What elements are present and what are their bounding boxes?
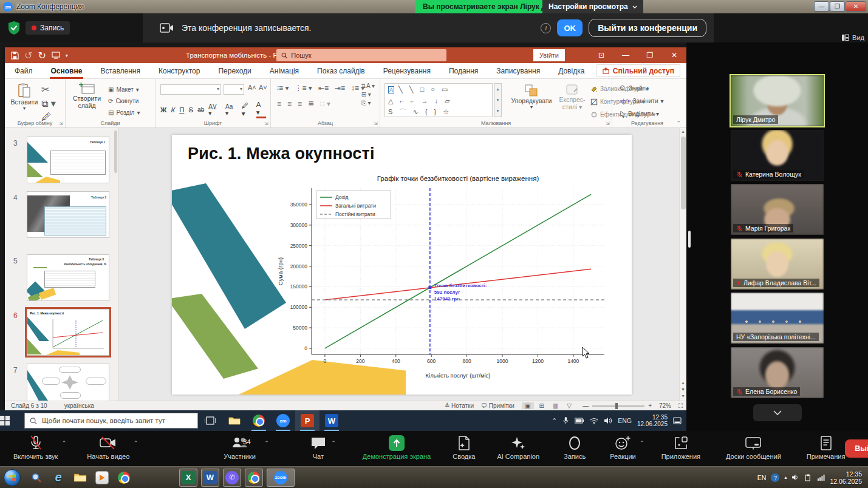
unmute-button[interactable]: Включить звук ⌃ — [13, 435, 58, 460]
quick-styles-button[interactable]: Експрес- стилі ▾ — [556, 84, 588, 110]
ai-companion-button[interactable]: AI Companion — [497, 435, 539, 460]
zoom-in-button[interactable]: + — [648, 402, 652, 409]
tab-home[interactable]: Основне — [50, 64, 84, 78]
zoom-slider[interactable] — [592, 405, 644, 407]
file-explorer-button[interactable] — [222, 410, 247, 431]
slide-thumbnail-3[interactable]: Таблиця 1 — [27, 137, 109, 183]
align-center-icon[interactable]: ≡ — [287, 100, 292, 108]
italic-button[interactable]: К — [171, 106, 175, 114]
chrome-button[interactable] — [115, 469, 133, 487]
tab-insert[interactable]: Вставлення — [99, 64, 142, 78]
zoom-app-button[interactable]: zm — [271, 410, 295, 431]
taskbar-clock[interactable]: 12:35 12.06.2025 — [637, 414, 668, 427]
scroll-up-icon[interactable]: ▴ — [680, 128, 686, 135]
save-icon[interactable] — [11, 52, 19, 59]
slide-thumbnail-6[interactable]: Рис. 1. Межа окупності — [27, 309, 109, 356]
taskbar-search-input[interactable] — [42, 417, 193, 424]
scrollbar-thumb[interactable] — [681, 137, 686, 209]
numbering-icon[interactable]: ⋮≡ ▾ — [295, 84, 312, 92]
tab-review[interactable]: Рецензування — [382, 64, 432, 78]
chat-button[interactable]: Чат ⌃ — [310, 435, 326, 460]
comments-toggle[interactable]: 🗩 Примітки — [481, 402, 514, 409]
strikethrough-button[interactable]: S — [188, 106, 193, 114]
font-name-combo[interactable] — [160, 84, 221, 95]
participant-tile-4[interactable]: Лифар Владислава Віт... — [731, 239, 824, 290]
shapes-gallery-scroll[interactable]: ▴▾▾ — [494, 83, 502, 117]
participant-tile-3[interactable]: Марія Григорак — [731, 184, 824, 235]
share-screen-button[interactable]: Демонстрация экрана — [363, 435, 431, 460]
scroll-down-icon[interactable]: ▾ — [680, 393, 686, 399]
tray-battery-icon[interactable] — [575, 418, 584, 424]
reset-button[interactable]: ⟳Скинути — [108, 96, 140, 106]
tab-recording[interactable]: Записування — [495, 64, 541, 78]
ppt-search-input[interactable] — [291, 52, 442, 59]
language-indicator[interactable]: українська — [64, 402, 94, 409]
info-icon[interactable]: i — [541, 23, 551, 33]
font-size-combo[interactable] — [224, 84, 244, 95]
tab-design[interactable]: Конструктор — [157, 64, 201, 78]
slide-thumbnail-4[interactable]: Таблиця 2 — [27, 191, 109, 238]
participant-tile-2[interactable]: Катерина Волощук — [731, 130, 824, 181]
font-dialog-launcher[interactable]: ⇲ — [264, 121, 268, 126]
close-button[interactable]: ✕ — [846, 1, 866, 12]
justify-icon[interactable]: ≣ — [308, 100, 314, 108]
tray-wifi-icon[interactable] — [590, 418, 598, 424]
reading-view-button[interactable]: ▥ — [549, 402, 561, 409]
font-color-button[interactable]: А ▾ — [256, 101, 266, 118]
arrange-button[interactable]: Упорядкувати ▾ — [509, 84, 554, 110]
excel-button[interactable]: X — [179, 469, 197, 487]
highlight-button[interactable]: 🖉▾ — [242, 102, 252, 118]
cut-icon[interactable]: ✂ — [41, 84, 56, 95]
whiteboards-button[interactable]: Доски сообщений — [726, 435, 781, 460]
search-app-button[interactable] — [27, 469, 46, 487]
view-settings-button[interactable]: Настройки просмотра — [542, 0, 643, 13]
ppt-search-box[interactable] — [276, 49, 446, 61]
zoom-percentage[interactable]: 72% — [659, 402, 671, 409]
align-text-icon[interactable]: ⊞ ▾ — [361, 91, 375, 98]
collapse-ribbon-icon[interactable]: ⌃ — [676, 120, 681, 126]
sign-in-button[interactable]: Увійти — [533, 49, 565, 61]
recording-indicator[interactable]: Запись — [26, 21, 70, 35]
zoom-out-button[interactable]: — — [583, 402, 589, 409]
new-slide-button[interactable]: Створити слайд — [69, 83, 104, 109]
slide-title[interactable]: Рис. 1. Межа окупності — [188, 144, 375, 163]
host-language[interactable]: EN — [757, 474, 767, 481]
thumbnail-scrollbar[interactable] — [114, 130, 117, 173]
word-button[interactable]: W — [201, 469, 219, 487]
normal-view-button[interactable]: ▣ — [522, 402, 534, 409]
tray-expand-icon[interactable]: ⌃ — [552, 417, 557, 424]
tab-view[interactable]: Подання — [448, 64, 479, 78]
start-button[interactable] — [0, 416, 24, 425]
change-case-button[interactable]: Aa ▾ — [225, 103, 238, 117]
summary-button[interactable]: Сводка — [453, 435, 475, 460]
chrome-button[interactable] — [247, 410, 271, 431]
security-shield-icon[interactable] — [7, 21, 21, 35]
chat-caret[interactable]: ⌃ — [331, 440, 336, 446]
network-tray-icon[interactable] — [817, 474, 825, 481]
participants-button[interactable]: 34 Участники ⌃ — [224, 435, 256, 460]
tray-volume-icon[interactable] — [604, 417, 612, 424]
select-button[interactable]: Виділити ▾ — [620, 109, 664, 119]
ppt-close-button[interactable]: ✕ — [662, 47, 686, 63]
notes-button[interactable]: Примечания — [807, 435, 846, 460]
tab-slideshow[interactable]: Показ слайдів — [316, 64, 366, 78]
minimize-button[interactable]: — — [814, 1, 829, 12]
video-options-caret[interactable]: ⌃ — [134, 440, 138, 446]
apps-button[interactable]: Приложения — [661, 435, 700, 460]
tab-transitions[interactable]: Переходи — [217, 64, 252, 78]
leave-meeting-button[interactable]: Выйти из конференции — [589, 19, 706, 37]
zoom-taskbar-button[interactable]: zoom — [267, 469, 295, 487]
chrome-window-button[interactable] — [245, 469, 263, 487]
slide-thumbnail-7[interactable] — [27, 364, 109, 401]
clipboard-dialog-launcher[interactable]: ⇲ — [59, 121, 63, 126]
shapes-gallery[interactable]: A ╲ ╲ □ ○ ▭△ ⌐ ⌐ → ↓ ▱S ⌒ ∿ { } ☆ — [384, 83, 493, 117]
ribbon-display-options-icon[interactable]: ⊡ — [589, 47, 613, 63]
ok-button[interactable]: OK — [557, 19, 583, 36]
layout-button[interactable]: ▣Макет ▾ — [108, 84, 140, 95]
shrink-font-icon[interactable]: A˅ — [259, 84, 267, 91]
clipboard-tray-icon[interactable] — [804, 474, 812, 481]
paste-button[interactable]: Вставити ▾ — [10, 83, 39, 111]
input-language[interactable]: ENG — [618, 417, 632, 424]
main-scrollbar[interactable]: ▴ ▴ ▾ ▾ — [679, 128, 686, 401]
tray-mic-icon[interactable] — [562, 416, 569, 425]
